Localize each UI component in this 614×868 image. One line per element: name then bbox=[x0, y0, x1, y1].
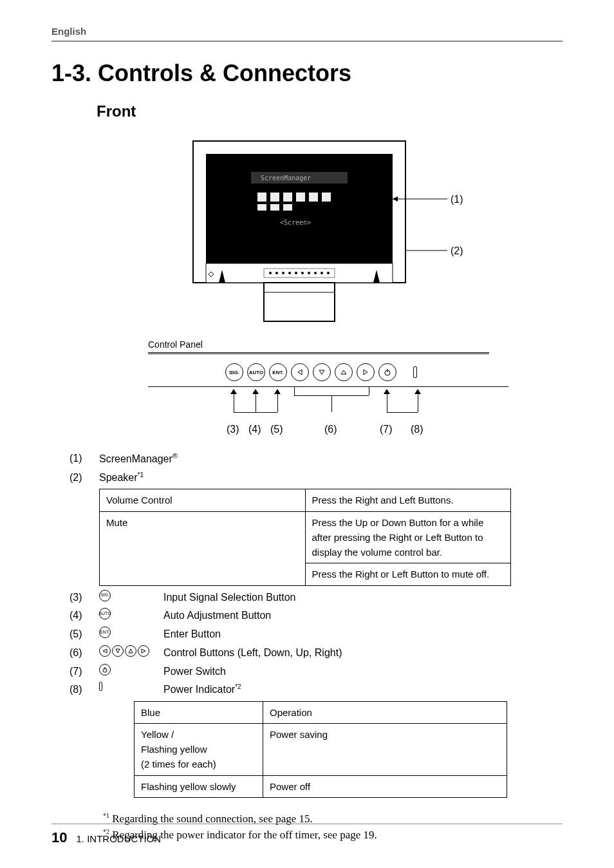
control-panel-figure: SIG. AUTO ENT. (3) (4) (5) (6) (7) ( bbox=[148, 361, 508, 444]
svg-rect-35 bbox=[264, 283, 335, 321]
table-row: Yellow / Flashing yellow (2 times for ea… bbox=[135, 723, 507, 775]
svg-rect-11 bbox=[270, 204, 279, 211]
footer-text: 1. INTRODUCTION bbox=[76, 833, 161, 844]
svg-marker-45 bbox=[129, 649, 133, 653]
ent-icon: ENT. bbox=[99, 627, 111, 638]
svg-rect-4 bbox=[257, 193, 266, 202]
svg-point-21 bbox=[269, 272, 272, 274]
table-row: Volume Control Press the Right and Left … bbox=[100, 489, 511, 511]
page-number: 10 bbox=[51, 829, 67, 846]
svg-rect-9 bbox=[322, 193, 331, 202]
pointer-4-label: (4) bbox=[248, 424, 261, 435]
monitor-svg: ScreenManager <Screen> (1) (2) bbox=[187, 135, 483, 328]
panel-btn-up bbox=[335, 363, 353, 381]
svg-rect-10 bbox=[257, 204, 266, 211]
svg-rect-5 bbox=[270, 193, 279, 202]
svg-rect-12 bbox=[283, 204, 292, 211]
panel-btn-right bbox=[357, 363, 375, 381]
power-icon bbox=[99, 664, 111, 675]
svg-rect-8 bbox=[309, 193, 318, 202]
svg-text:<Screen>: <Screen> bbox=[280, 219, 311, 226]
spec-row-6: (6) Control Buttons (Left, Down, Up, Rig… bbox=[70, 645, 563, 661]
svg-point-29 bbox=[321, 272, 323, 274]
spec-row-3: (3) SIG. Input Signal Selection Button bbox=[70, 590, 563, 606]
svg-marker-15 bbox=[393, 196, 398, 202]
svg-point-26 bbox=[301, 272, 304, 274]
double-rule bbox=[148, 352, 489, 354]
svg-rect-7 bbox=[296, 193, 305, 202]
panel-btn-auto: AUTO bbox=[247, 363, 265, 381]
svg-marker-44 bbox=[116, 649, 120, 653]
up-arrow-icon bbox=[125, 645, 136, 657]
svg-marker-43 bbox=[103, 649, 107, 653]
panel-btn-power bbox=[378, 363, 396, 381]
left-arrow-icon bbox=[99, 645, 111, 657]
spec-row-4: (4) AUTO Auto Adjustment Button bbox=[70, 608, 563, 624]
monitor-figure: ScreenManager <Screen> (1) (2) bbox=[187, 135, 563, 328]
svg-marker-40 bbox=[364, 370, 367, 375]
spec-row-1: (1) ScreenManager® bbox=[70, 451, 563, 467]
svg-point-30 bbox=[327, 272, 330, 274]
svg-marker-37 bbox=[298, 370, 302, 375]
auto-icon: AUTO bbox=[99, 608, 111, 619]
svg-point-22 bbox=[275, 272, 278, 274]
svg-point-23 bbox=[282, 272, 284, 274]
svg-point-25 bbox=[295, 272, 297, 274]
power-indicator-table: BlueOperation Yellow / Flashing yellow (… bbox=[134, 701, 507, 798]
subheading-front: Front bbox=[97, 102, 563, 120]
pointer-5-label: (5) bbox=[270, 424, 283, 435]
svg-marker-39 bbox=[341, 370, 346, 374]
language-header: English bbox=[51, 26, 563, 42]
speaker-operations-table: Volume Control Press the Right and Left … bbox=[99, 489, 511, 585]
spec-row-2: (2) Speaker*1 bbox=[70, 470, 563, 486]
spec-row-5: (5) ENT. Enter Button bbox=[70, 627, 563, 643]
spec-row-7: (7) Power Switch bbox=[70, 664, 563, 680]
pointer-1-label: (1) bbox=[451, 194, 463, 205]
svg-text:ScreenManager: ScreenManager bbox=[261, 175, 311, 182]
panel-btn-ent: ENT. bbox=[269, 363, 287, 381]
table-row: Flashing yellow slowlyPower off bbox=[135, 775, 507, 797]
svg-point-24 bbox=[288, 272, 291, 274]
panel-btn-left bbox=[291, 363, 309, 381]
svg-point-27 bbox=[308, 272, 310, 274]
led-icon bbox=[99, 682, 102, 691]
svg-marker-38 bbox=[319, 370, 324, 374]
main-heading: 1-3. Controls & Connectors bbox=[51, 60, 563, 87]
pointer-2-label: (2) bbox=[451, 245, 463, 256]
pointer-8-label: (8) bbox=[411, 424, 423, 435]
panel-led-icon bbox=[413, 366, 417, 378]
table-row: Mute Press the Up or Down Button for a w… bbox=[100, 511, 511, 563]
svg-rect-17 bbox=[206, 263, 393, 283]
svg-point-28 bbox=[314, 272, 317, 274]
svg-marker-46 bbox=[142, 649, 145, 653]
down-arrow-icon bbox=[112, 645, 124, 657]
pointer-6-label: (6) bbox=[324, 424, 337, 435]
panel-btn-down bbox=[313, 363, 331, 381]
svg-rect-6 bbox=[283, 193, 292, 202]
right-arrow-icon bbox=[138, 645, 149, 657]
control-panel-label: Control Panel bbox=[148, 339, 563, 350]
spec-row-8: (8) Power Indicator*2 bbox=[70, 682, 563, 698]
page-footer: 10 1. INTRODUCTION bbox=[51, 824, 563, 846]
sig-icon: SIG. bbox=[99, 590, 111, 601]
spec-list: (1) ScreenManager® (2) Speaker*1 Volume … bbox=[70, 451, 563, 798]
pointer-3-label: (3) bbox=[227, 424, 239, 435]
table-row: BlueOperation bbox=[135, 701, 507, 723]
panel-btn-sig: SIG. bbox=[225, 363, 243, 381]
pointer-7-label: (7) bbox=[380, 424, 393, 435]
